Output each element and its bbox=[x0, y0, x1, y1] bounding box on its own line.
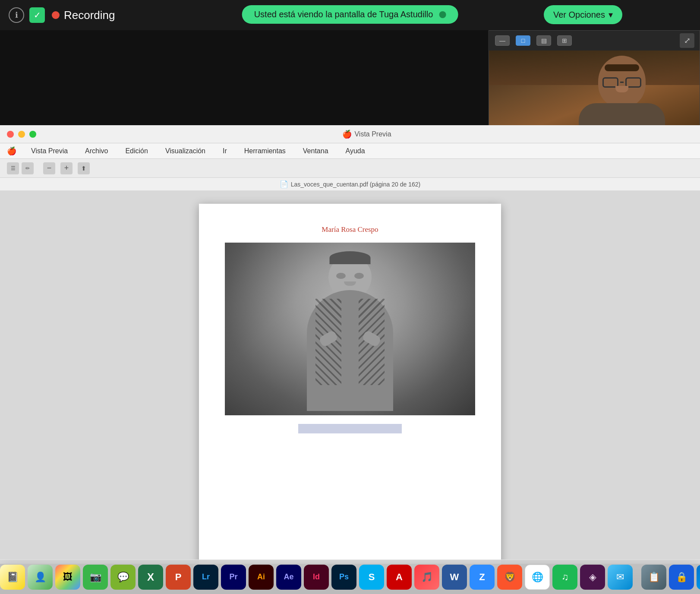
zoom-out-button[interactable]: − bbox=[43, 162, 55, 174]
person-silhouette bbox=[285, 251, 415, 415]
close-window-button[interactable] bbox=[7, 131, 14, 138]
illustrator-icon: Ai bbox=[257, 572, 265, 581]
menu-herramientas[interactable]: Herramientas bbox=[242, 145, 288, 157]
grid-view-button[interactable]: ⊞ bbox=[557, 35, 572, 46]
contacts-icon: 👤 bbox=[35, 572, 46, 583]
excel-icon: X bbox=[147, 571, 154, 583]
single-view-icon: □ bbox=[521, 37, 525, 44]
dock-wechat[interactable]: 💬 bbox=[110, 565, 136, 590]
dock-photoshop[interactable]: Ps bbox=[331, 565, 356, 590]
aftereffects-icon: Ae bbox=[284, 572, 293, 581]
dock-appstore[interactable]: A bbox=[697, 565, 700, 590]
ver-opciones-button[interactable]: Ver Opciones ▾ bbox=[544, 5, 622, 24]
menu-edicion[interactable]: Edición bbox=[123, 145, 150, 157]
music-icon: 🎵 bbox=[421, 572, 433, 583]
slack-icon: ◈ bbox=[589, 572, 596, 583]
dock-notes[interactable]: 📓 bbox=[0, 565, 25, 590]
pdf-page: María Rosa Crespo bbox=[199, 204, 501, 564]
dock-word[interactable]: W bbox=[442, 565, 467, 590]
person-body-shape bbox=[307, 290, 393, 411]
dock-spotify[interactable]: ♫ bbox=[552, 565, 577, 590]
grid-view-icon: ⊞ bbox=[562, 37, 567, 44]
chevron-down-icon: ▾ bbox=[609, 9, 613, 20]
maximize-window-button[interactable] bbox=[29, 131, 36, 138]
main-area: — □ ▤ ⊞ ⤢ bbox=[0, 30, 700, 564]
word-icon: W bbox=[450, 572, 459, 583]
pdf-highlight-bar bbox=[298, 424, 402, 433]
dock-acrobat[interactable]: A bbox=[387, 565, 412, 590]
info-icon[interactable]: ℹ bbox=[9, 7, 24, 23]
banner-text: Usted está viendo la pantalla de Tuga As… bbox=[254, 9, 433, 19]
apple-menu[interactable]: 🍎 bbox=[7, 146, 16, 156]
dock-skype[interactable]: S bbox=[359, 565, 384, 590]
dock-bitwarden[interactable]: 🔒 bbox=[669, 565, 694, 590]
dock-slack[interactable]: ◈ bbox=[580, 565, 605, 590]
split-view-button[interactable]: ▤ bbox=[536, 35, 551, 46]
dock-airmail[interactable]: ✉ bbox=[608, 565, 633, 590]
expand-video-button[interactable]: ⤢ bbox=[680, 33, 694, 48]
markup-button[interactable]: ✏ bbox=[22, 162, 34, 174]
dock-music[interactable]: 🎵 bbox=[414, 565, 439, 590]
sidebar-toggle-button[interactable]: ☰ bbox=[7, 162, 19, 174]
dock-powerpoint[interactable]: P bbox=[166, 565, 191, 590]
notes-icon: 📓 bbox=[7, 572, 19, 583]
screen-share-banner: Usted está viendo la pantalla de Tuga As… bbox=[242, 5, 458, 24]
dock-contacts[interactable]: 👤 bbox=[28, 565, 53, 590]
expand-icon: ⤢ bbox=[684, 36, 691, 45]
files-icon: 📋 bbox=[648, 572, 660, 583]
minimize-icon: — bbox=[499, 37, 505, 44]
preview-menubar: 🍎 Vista Previa Archivo Edición Visualiza… bbox=[0, 143, 700, 159]
dock-brave[interactable]: 🦁 bbox=[497, 565, 522, 590]
dock-files[interactable]: 📋 bbox=[641, 565, 666, 590]
dock-lightroom[interactable]: Lr bbox=[193, 565, 218, 590]
zoom-in-button[interactable]: + bbox=[60, 162, 73, 174]
photos-icon: 🖼 bbox=[63, 572, 73, 583]
minimize-window-button[interactable] bbox=[18, 131, 25, 138]
recording-label: Recording bbox=[64, 9, 115, 22]
pdf-portrait-image bbox=[225, 243, 475, 415]
dock-illustrator[interactable]: Ai bbox=[249, 565, 274, 590]
dock-indesign[interactable]: Id bbox=[304, 565, 329, 590]
menu-vistaprevia[interactable]: Vista Previa bbox=[28, 145, 70, 157]
minimize-video-button[interactable]: — bbox=[495, 35, 510, 46]
dock-aftereffects[interactable]: Ae bbox=[276, 565, 301, 590]
dock-zoom[interactable]: Z bbox=[470, 565, 495, 590]
shield-icon: ✓ bbox=[29, 7, 45, 23]
brave-icon: 🦁 bbox=[504, 572, 516, 583]
video-controls-bar: — □ ▤ ⊞ ⤢ bbox=[488, 31, 700, 51]
dock-photos[interactable]: 🖼 bbox=[55, 565, 80, 590]
single-view-button[interactable]: □ bbox=[516, 35, 530, 46]
dock-premiere[interactable]: Pr bbox=[221, 565, 246, 590]
powerpoint-icon: P bbox=[175, 572, 182, 583]
preview-toolbar: ☰ ✏ − + ⬆ bbox=[0, 159, 700, 178]
dock-excel[interactable]: X bbox=[138, 565, 163, 590]
recording-dot bbox=[52, 11, 60, 19]
pdf-filename: Las_voces_que_cuentan.pdf (página 20 de … bbox=[291, 181, 420, 188]
pdf-title-bar: 📄 Las_voces_que_cuentan.pdf (página 20 d… bbox=[0, 178, 700, 191]
bitwarden-icon: 🔒 bbox=[676, 572, 687, 583]
share-button[interactable]: ⬆ bbox=[78, 162, 90, 174]
wechat-icon: 💬 bbox=[117, 572, 129, 583]
lightroom-icon: Lr bbox=[202, 572, 210, 581]
menu-visualizacion[interactable]: Visualización bbox=[163, 145, 208, 157]
macos-dock: 🖥 🚀 🧭 📁 📓 👤 🖼 📷 💬 X P Lr Pr bbox=[0, 559, 700, 594]
skype-icon: S bbox=[369, 572, 375, 583]
indesign-icon: Id bbox=[313, 572, 320, 581]
pdf-page-heading: María Rosa Crespo bbox=[322, 225, 378, 234]
pdf-content-area[interactable]: María Rosa Crespo bbox=[0, 191, 700, 564]
top-bar: ℹ ✓ Recording Usted está viendo la panta… bbox=[0, 0, 700, 30]
premiere-icon: Pr bbox=[229, 572, 237, 581]
preview-titlebar: 🍎 Vista Previa bbox=[0, 125, 700, 143]
airmail-icon: ✉ bbox=[616, 572, 624, 583]
dock-chrome[interactable]: 🌐 bbox=[525, 565, 550, 590]
menu-ayuda[interactable]: Ayuda bbox=[343, 145, 368, 157]
dock-facetime[interactable]: 📷 bbox=[83, 565, 108, 590]
split-view-icon: ▤ bbox=[541, 37, 547, 44]
ver-opciones-label: Ver Opciones bbox=[553, 10, 605, 20]
menu-ventana[interactable]: Ventana bbox=[300, 145, 331, 157]
menu-ir[interactable]: Ir bbox=[220, 145, 230, 157]
portrait-background bbox=[225, 243, 475, 415]
facetime-icon: 📷 bbox=[90, 572, 101, 583]
menu-archivo[interactable]: Archivo bbox=[82, 145, 110, 157]
spotify-icon: ♫ bbox=[561, 572, 569, 583]
